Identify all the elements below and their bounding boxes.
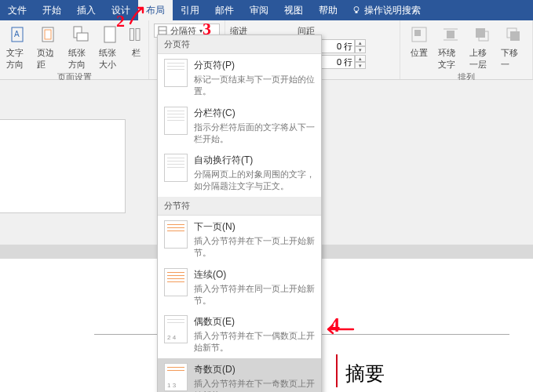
bring-forward-button[interactable]: 上移一层: [468, 22, 496, 71]
menu-item-column-break[interactable]: 分栏符(C)指示分栏符后面的文字将从下一栏开始。: [158, 102, 321, 150]
svg-rect-7: [77, 33, 88, 41]
tell-me-label: 操作说明搜索: [364, 4, 421, 17]
tell-me-search[interactable]: 操作说明搜索: [352, 4, 421, 17]
send-backward-icon: [502, 24, 524, 45]
tab-design[interactable]: 设计: [104, 0, 138, 20]
bring-forward-icon: [471, 24, 493, 45]
text-direction-button[interactable]: A 文字方向: [5, 22, 32, 71]
next-page-icon: [164, 220, 188, 249]
menu-item-next-page[interactable]: 下一页(N)插入分节符并在下一页上开始新节。: [158, 216, 321, 263]
page-1[interactable]: [0, 119, 126, 213]
text-direction-icon: A: [8, 24, 30, 45]
menu-item-odd-page[interactable]: 1 3 奇数页(D)插入分节符并在下一奇数页上开始新节。: [158, 358, 321, 392]
position-icon: [408, 24, 430, 45]
svg-rect-15: [414, 30, 421, 36]
column-break-icon: [164, 107, 188, 135]
margins-icon: [38, 24, 60, 45]
menu-item-text-wrapping[interactable]: 自动换行符(T)分隔网页上的对象周围的文字，如分隔题注文字与正文。: [158, 149, 321, 197]
document-title[interactable]: 摘要: [345, 361, 385, 387]
spacing-after-spinner[interactable]: ▴▾: [320, 55, 366, 69]
wrap-icon: [440, 24, 462, 45]
chevron-down-icon: ▾: [199, 27, 203, 34]
margins-button[interactable]: 页边距: [35, 22, 63, 71]
columns-icon: [125, 24, 147, 45]
send-backward-button[interactable]: 下移一: [499, 22, 528, 71]
tab-insert[interactable]: 插入: [69, 0, 104, 20]
text-wrap-break-icon: [164, 154, 188, 182]
tab-review[interactable]: 审阅: [242, 0, 276, 20]
svg-rect-17: [476, 28, 485, 38]
menu-item-continuous[interactable]: 连续(O)插入分节符并在同一页上开始新节。: [158, 263, 321, 311]
svg-rect-10: [136, 29, 140, 41]
wrap-text-button[interactable]: 环绕文字: [436, 22, 465, 71]
menu-item-even-page[interactable]: 2 4 偶数页(E)插入分节符并在下一偶数页上开始新节。: [158, 310, 321, 358]
svg-rect-9: [130, 29, 134, 41]
position-button[interactable]: 位置: [405, 22, 433, 71]
text-cursor: [336, 354, 338, 387]
svg-text:A: A: [14, 30, 20, 38]
svg-rect-1: [356, 12, 358, 13]
svg-rect-16: [447, 31, 455, 38]
menu-item-page-break[interactable]: 分页符(P)标记一页结束与下一页开始的位置。: [158, 54, 321, 102]
menu-header-page-breaks: 分页符: [158, 35, 321, 54]
tab-mailings[interactable]: 邮件: [207, 0, 242, 20]
group-page-setup: A 文字方向 页边距 纸张方向 纸张大小 栏 页面设置: [0, 20, 149, 79]
menu-header-section-breaks: 分节符: [158, 197, 321, 216]
size-icon: [100, 24, 122, 45]
page-break-icon: [164, 59, 188, 87]
svg-rect-8: [104, 27, 115, 42]
tab-file[interactable]: 文件: [0, 0, 35, 20]
orientation-icon: [69, 24, 91, 45]
orientation-button[interactable]: 纸张方向: [67, 22, 94, 71]
columns-button[interactable]: 栏: [128, 22, 144, 71]
continuous-icon: [164, 268, 188, 296]
menubar: 文件 开始 插入 设计 布局 引用 邮件 审阅 视图 帮助 操作说明搜索: [0, 0, 533, 20]
breaks-menu: 分页符 分页符(P)标记一页结束与下一页开始的位置。 分栏符(C)指示分栏符后面…: [157, 34, 322, 392]
odd-page-icon: 1 3: [164, 363, 188, 391]
tab-home[interactable]: 开始: [35, 0, 69, 20]
even-page-icon: 2 4: [164, 315, 188, 343]
lightbulb-icon: [352, 5, 361, 15]
tab-layout[interactable]: 布局: [138, 0, 173, 20]
spacing-before-spinner[interactable]: ▴▾: [320, 39, 366, 53]
tab-help[interactable]: 帮助: [311, 0, 345, 20]
svg-rect-19: [510, 31, 520, 41]
svg-point-0: [354, 7, 359, 12]
size-button[interactable]: 纸张大小: [97, 22, 125, 71]
tab-view[interactable]: 视图: [276, 0, 311, 20]
group-arrange: 位置 环绕文字 上移一层 下移一 排列: [400, 20, 533, 79]
tab-references[interactable]: 引用: [173, 0, 207, 20]
